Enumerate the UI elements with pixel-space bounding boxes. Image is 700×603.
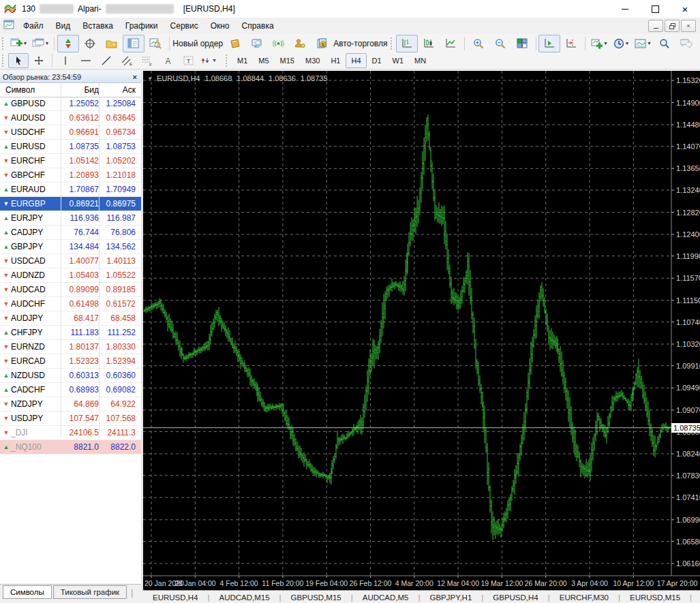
market-button[interactable]: $ <box>311 35 333 52</box>
metaeditor-button[interactable] <box>224 35 246 52</box>
terminal-button[interactable] <box>123 35 144 52</box>
chart-shift-button[interactable] <box>560 35 582 52</box>
bar-chart-button[interactable] <box>396 35 418 52</box>
periods-button[interactable]: ▾ <box>610 35 632 52</box>
menu-item-4[interactable]: Графики <box>119 18 164 33</box>
market-watch-row-EURAUD[interactable]: ▲EURAUD1.708671.70949 <box>0 183 141 197</box>
fibonacci-tool-button[interactable]: F <box>137 53 157 68</box>
templates-button[interactable]: ▾ <box>632 35 654 52</box>
arrows-tool-button[interactable]: ▾ <box>198 53 219 68</box>
toolbar-grip[interactable] <box>2 55 5 67</box>
autotrading-button[interactable]: Авто-торговля <box>333 35 389 52</box>
new-order-button[interactable]: Новый ордер <box>172 35 224 52</box>
signals-button[interactable] <box>268 35 290 52</box>
menu-item-5[interactable]: Сервис <box>164 18 204 33</box>
mdi-close-button[interactable]: × <box>681 20 696 32</box>
timeframe-button-D1[interactable]: D1 <box>367 53 387 68</box>
chat-button[interactable] <box>675 35 697 52</box>
chart-canvas[interactable]: 1.153201.149001.144801.140701.136501.132… <box>143 71 700 590</box>
timeframe-button-H4[interactable]: H4 <box>346 53 366 68</box>
market-watch-row-_DJI[interactable]: ▼_DJI24106.524111.3 <box>0 426 141 440</box>
market-watch-row-CADJPY[interactable]: ▲CADJPY76.74476.806 <box>0 226 141 240</box>
data-window-button[interactable] <box>79 35 101 52</box>
label-tool-button[interactable]: T <box>178 53 198 68</box>
profiles-button[interactable]: ▾ <box>29 35 51 52</box>
trendline-tool-button[interactable] <box>96 53 117 68</box>
chart-tab-GBPUSD-H4[interactable]: GBPUSD,H4 <box>483 593 547 602</box>
market-watch-row-EURGBP[interactable]: ▼EURGBP0.869210.86975 <box>0 197 141 211</box>
toolbar-grip[interactable] <box>391 37 393 50</box>
market-watch-row-_NQ100[interactable]: ▲_NQ1008821.08822.0 <box>0 440 141 454</box>
timeframe-button-M30[interactable]: M30 <box>300 53 325 68</box>
mdi-restore-button[interactable] <box>665 20 680 32</box>
tab-tick-chart[interactable]: Тиковый график <box>53 585 127 599</box>
market-watch-row-CHFJPY[interactable]: ▲CHFJPY111.183111.252 <box>0 326 141 340</box>
minimize-button[interactable] <box>610 0 640 18</box>
chart-window[interactable]: 1.153201.149001.144801.140701.136501.132… <box>143 71 700 590</box>
market-watch-header[interactable]: Обзор рынка: 23:54:59 × <box>0 71 141 83</box>
one-click-trading-arrow-icon[interactable]: ▼ <box>147 76 153 82</box>
horizontal-line-tool-button[interactable] <box>76 53 96 68</box>
market-watch-column-headers[interactable]: Символ Бид Аск <box>0 83 141 97</box>
timeframe-button-M1[interactable]: M1 <box>232 53 253 68</box>
mdi-minimize-button[interactable] <box>648 20 663 32</box>
market-watch-row-USDCAD[interactable]: ▼USDCAD1.400771.40113 <box>0 254 141 268</box>
market-watch-row-EURNZD[interactable]: ▼EURNZD1.801371.80330 <box>0 340 141 354</box>
close-button[interactable]: × <box>670 0 700 18</box>
market-watch-row-EURUSD[interactable]: ▲EURUSD1.087351.08753 <box>0 140 141 154</box>
zoom-in-button[interactable] <box>468 35 489 52</box>
chart-tab-AUDCAD-M5[interactable]: AUDCAD,M5 <box>353 593 419 602</box>
navigator-button[interactable] <box>101 35 123 52</box>
market-watch-row-EURJPY[interactable]: ▲EURJPY116.936116.987 <box>0 211 141 226</box>
menu-item-6[interactable]: Окно <box>204 18 236 33</box>
indicators-button[interactable]: ▾ <box>588 35 610 52</box>
market-watch-row-AUDUSD[interactable]: ▼AUDUSD0.636120.63645 <box>0 111 141 125</box>
timeframe-button-MN[interactable]: MN <box>409 53 431 68</box>
menu-item-3[interactable]: Вставка <box>76 18 119 33</box>
timeframe-button-M5[interactable]: M5 <box>253 53 274 68</box>
chart-tab-EURUSD-M15[interactable]: EURUSD,M15 <box>620 593 690 602</box>
virtual-hosting-button[interactable] <box>246 35 268 52</box>
chart-tab-AUDCAD-M15[interactable]: AUDCAD,M15 <box>209 593 279 602</box>
text-tool-button[interactable]: A <box>157 53 178 68</box>
new-chart-button[interactable]: ▾ <box>7 35 29 52</box>
market-watch-row-NZDUSD[interactable]: ▲NZDUSD0.603130.60360 <box>0 369 141 383</box>
menu-item-2[interactable]: Вид <box>50 18 77 33</box>
chart-tab-EURUSD-H4[interactable]: EURUSD,H4 <box>143 593 207 602</box>
cursor-tool-button[interactable] <box>8 53 29 68</box>
market-watch-row-EURCAD[interactable]: ▼EURCAD1.523231.52394 <box>0 354 141 369</box>
market-watch-row-USDCHF[interactable]: ▼USDCHF0.966910.96734 <box>0 125 141 140</box>
market-watch-row-CADCHF[interactable]: ▲CADCHF0.689830.69082 <box>0 383 141 397</box>
chart-tab-EURCHF-M30[interactable]: EURCHF,M30 <box>550 593 618 602</box>
market-watch-row-USDJPY[interactable]: ▼USDJPY107.547107.568 <box>0 412 141 426</box>
market-watch-toggle-button[interactable] <box>57 35 79 52</box>
chart-tab-GBPJPY-H1[interactable]: GBPJPY,H1 <box>420 593 481 602</box>
market-watch-row-GBPJPY[interactable]: ▲GBPJPY134.484134.562 <box>0 240 141 254</box>
tile-windows-button[interactable] <box>511 35 533 52</box>
crosshair-tool-button[interactable] <box>29 53 49 68</box>
maximize-button[interactable] <box>640 0 670 18</box>
zoom-out-button[interactable] <box>489 35 511 52</box>
auto-scroll-button[interactable] <box>538 35 560 52</box>
market-watch-row-GBPCHF[interactable]: ▼GBPCHF1.208931.21018 <box>0 168 141 183</box>
market-watch-row-AUDCHF[interactable]: ▼AUDCHF0.614980.61572 <box>0 297 141 311</box>
toolbar-grip[interactable] <box>226 55 229 67</box>
menu-item-1[interactable]: Файл <box>17 18 50 33</box>
timeframe-button-W1[interactable]: W1 <box>387 53 410 68</box>
line-chart-button[interactable] <box>440 35 461 52</box>
market-watch-row-AUDNZD[interactable]: ▼AUDNZD1.054031.05522 <box>0 268 141 283</box>
market-watch-row-GBPUSD[interactable]: ▲GBPUSD1.250521.25084 <box>0 97 141 111</box>
timeframe-button-M15[interactable]: M15 <box>275 53 300 68</box>
market-watch-row-AUDCAD[interactable]: ▼AUDCAD0.890990.89185 <box>0 283 141 297</box>
channel-tool-button[interactable]: E <box>117 53 137 68</box>
chart-tab-GBPUSD-M15[interactable]: GBPUSD,M15 <box>281 593 351 602</box>
vertical-line-tool-button[interactable] <box>55 53 76 68</box>
chart-tab-AUDCAD-H[interactable]: AUDCAD,H <box>692 593 700 602</box>
market-watch-row-EURCHF[interactable]: ▼EURCHF1.051421.05202 <box>0 154 141 168</box>
market-watch-close-icon[interactable]: × <box>132 73 138 81</box>
candlestick-chart-button[interactable] <box>418 35 440 52</box>
market-watch-row-AUDJPY[interactable]: ▼AUDJPY68.41768.458 <box>0 311 141 326</box>
toolbar-grip[interactable] <box>2 37 5 50</box>
community-button[interactable] <box>290 35 311 52</box>
market-watch-row-NZDJPY[interactable]: ▼NZDJPY64.86964.922 <box>0 397 141 412</box>
